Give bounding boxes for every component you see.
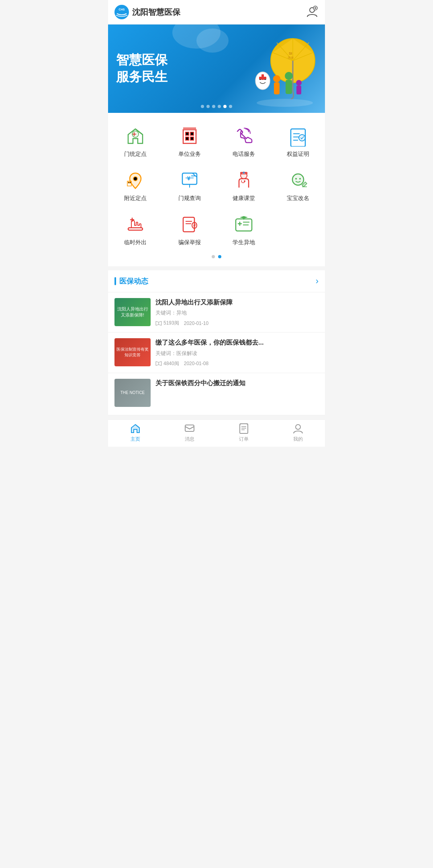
menu-item-danwei[interactable]: 单位业务 [162, 119, 216, 163]
svg-point-53 [244, 180, 245, 182]
news-section-header: 医保动态 › [108, 270, 325, 292]
menu-label-mengui: 门规查询 [178, 195, 201, 202]
banner-dot-6[interactable] [229, 105, 232, 108]
menu-item-baobao[interactable]: 宝宝改名 [271, 163, 325, 208]
doctor-icon [233, 169, 255, 192]
news-thumb-1: 沈阳人异地出行又添新保障! [114, 298, 151, 326]
menu-item-mendingdian[interactable]: 门统定点 [108, 119, 162, 163]
menu-grid: 门统定点 单位业务 [108, 119, 325, 252]
news-meta-2: 4840阅 2020-01-08 [155, 360, 319, 367]
mine-nav-icon [292, 423, 304, 434]
news-reads-1: 5193阅 [155, 320, 179, 327]
svg-point-39 [299, 135, 305, 141]
svg-point-27 [257, 99, 313, 107]
nav-home-label: 主页 [131, 436, 140, 443]
menu-label-linshi: 临时外出 [124, 239, 147, 246]
svg-point-28 [132, 131, 139, 137]
banner-dot-1[interactable] [201, 105, 204, 108]
news-content-1: 沈阳人异地出行又添新保障 关键词：异地 5193阅 2020-01-10 [155, 298, 319, 327]
banner-dot-4[interactable] [218, 105, 221, 108]
header-logo-group: CHS 沈阳智慧医保 [114, 5, 180, 19]
menu-section: 门统定点 单位业务 [108, 113, 325, 266]
banner-dot-3[interactable] [212, 105, 215, 108]
svg-point-40 [133, 177, 137, 181]
svg-point-56 [299, 178, 301, 180]
news-content-3: 关于医保铁西分中心搬迁的通知 [155, 379, 319, 390]
svg-rect-30 [186, 132, 189, 135]
menu-label-pianbao: 骗保举报 [178, 239, 201, 246]
svg-text:¥: ¥ [187, 175, 190, 182]
home-cross-icon [124, 125, 147, 147]
svg-text:SI: SI [289, 51, 292, 55]
news-item-1[interactable]: 沈阳人异地出行又添新保障! 沈阳人异地出行又添新保障 关键词：异地 5193阅 … [108, 292, 325, 333]
news-date-1: 2020-01-10 [184, 321, 208, 326]
thumb-gray-3: THE NOTICE [114, 379, 151, 407]
news-headline-3: 关于医保铁西分中心搬迁的通知 [155, 379, 319, 388]
news-thumb-2: 医保法制宣传有奖知识竞答 [114, 338, 151, 366]
news-date-2: 2020-01-08 [184, 361, 208, 366]
nav-message[interactable]: 消息 [162, 420, 216, 447]
menu-item-linshi[interactable]: 临时外出 [108, 208, 162, 252]
baby-icon [287, 169, 309, 192]
news-more-button[interactable]: › [316, 276, 319, 286]
menu-item-pianbao[interactable]: 骗保举报 [162, 208, 216, 252]
bottom-nav: 主页 消息 订单 [108, 419, 325, 447]
svg-point-18 [285, 72, 293, 80]
menu-item-quanyi[interactable]: 权益证明 [271, 119, 325, 163]
news-title-group: 医保动态 [114, 276, 148, 286]
news-content-2: 缴了这么多年医保，你的医保钱都去... 关键词：医保解读 4840阅 2020-… [155, 338, 319, 367]
user-avatar-button[interactable] [306, 6, 319, 18]
menu-label-xuesheng: 学生异地 [233, 239, 255, 246]
banner-line1: 智慧医保 [116, 53, 167, 67]
nav-message-label: 消息 [185, 436, 194, 443]
phone-icon [233, 125, 255, 147]
thumb-red-2: 医保法制宣传有奖知识竞答 [114, 338, 151, 366]
nav-order-label: 订单 [239, 436, 249, 443]
svg-rect-73 [240, 424, 248, 433]
news-keyword-1: 关键词：异地 [155, 309, 319, 317]
menu-item-mengui[interactable]: ¥ 门规查询 [162, 163, 216, 208]
certificate-icon [287, 125, 309, 147]
menu-item-jiankang[interactable]: 健康课堂 [216, 163, 271, 208]
student-card-icon [233, 213, 255, 236]
menu-item-fujin[interactable]: 附近定点 [108, 163, 162, 208]
order-nav-icon [238, 423, 249, 434]
menu-item-dianhua[interactable]: 电话服务 [216, 119, 271, 163]
menu-page-dot-1[interactable] [212, 255, 215, 258]
svg-rect-42 [128, 182, 129, 183]
news-section: 医保动态 › 沈阳人异地出行又添新保障! 沈阳人异地出行又添新保障 关键词：异地… [108, 270, 325, 415]
menu-page-dot-2[interactable] [218, 255, 221, 258]
thumb-green-1: 沈阳人异地出行又添新保障! [114, 298, 151, 326]
news-headline-2: 缴了这么多年医保，你的医保钱都去... [155, 338, 319, 347]
book-icon-2 [155, 361, 162, 366]
news-meta-1: 5193阅 2020-01-10 [155, 320, 319, 327]
nav-order[interactable]: 订单 [216, 420, 271, 447]
building-icon [178, 125, 201, 147]
svg-rect-43 [130, 182, 131, 183]
hand-cross-icon [124, 213, 147, 236]
news-reads-2: 4840阅 [155, 360, 179, 367]
menu-label-dianhua: 电话服务 [233, 151, 255, 158]
news-item-2[interactable]: 医保法制宣传有奖知识竞答 缴了这么多年医保，你的医保钱都去... 关键词：医保解… [108, 333, 325, 373]
banner-text: 智慧医保 服务民生 [116, 52, 167, 85]
banner-dot-2[interactable] [206, 105, 210, 108]
banner-line2: 服务民生 [116, 69, 167, 84]
news-item-3[interactable]: THE NOTICE 关于医保铁西分中心搬迁的通知 [108, 373, 325, 415]
svg-point-54 [292, 174, 304, 185]
menu-label-mendingdian: 门统定点 [124, 151, 147, 158]
svg-rect-31 [190, 132, 194, 135]
news-keyword-2: 关键词：医保解读 [155, 350, 319, 357]
menu-item-xuesheng[interactable]: 学生异地 [216, 208, 271, 252]
banner-dot-5[interactable] [223, 105, 227, 108]
news-section-title: 医保动态 [119, 276, 148, 286]
svg-rect-72 [185, 425, 194, 431]
chs-logo-icon: CHS [114, 5, 129, 19]
svg-text:医保: 医保 [288, 56, 294, 59]
menu-label-fujin: 附近定点 [124, 195, 147, 202]
news-reads-count-1: 5193阅 [163, 320, 179, 327]
nav-mine[interactable]: 我的 [271, 420, 325, 447]
nav-home[interactable]: 主页 [108, 420, 162, 447]
svg-rect-26 [259, 77, 266, 79]
svg-point-55 [295, 178, 297, 180]
svg-point-16 [273, 75, 280, 82]
